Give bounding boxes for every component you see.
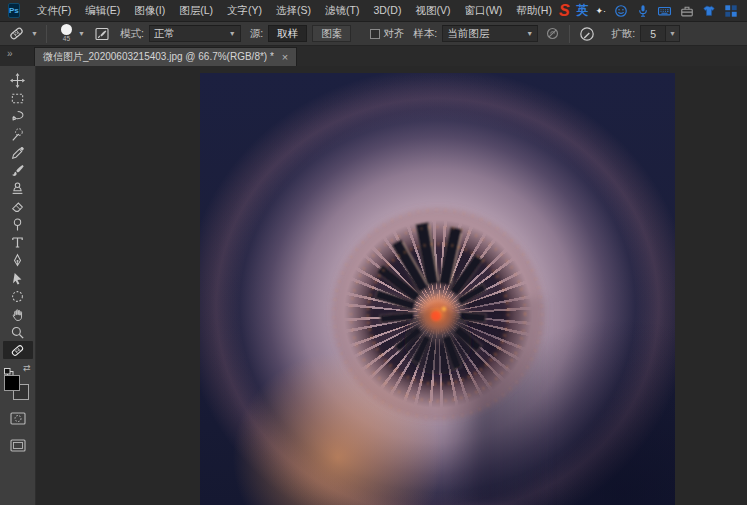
color-swatch-zone: ⇄ — [3, 365, 33, 399]
options-divider — [569, 25, 570, 43]
dodge-tool[interactable] — [3, 215, 33, 233]
source-sampled-button[interactable]: 取样 — [268, 25, 307, 42]
options-divider — [46, 25, 47, 43]
planet-detail-layer — [278, 146, 598, 466]
tool-preset-healing-brush-icon[interactable] — [8, 25, 25, 42]
sample-label: 样本: — [413, 27, 437, 41]
brush-size-value: 45 — [63, 36, 70, 43]
tiny-planet-artwork — [278, 146, 598, 466]
sample-value: 当前图层 — [447, 27, 525, 41]
menu-view[interactable]: 视图(V) — [408, 0, 457, 21]
brush-settings-panel-icon[interactable] — [94, 25, 111, 42]
workspace: ⇄ — [0, 66, 747, 505]
photoshop-window: Ps 文件(F) 编辑(E) 图像(I) 图层(L) 文字(Y) 选择(S) 滤… — [0, 0, 747, 505]
document-tab-bar: » 微信图片_20200603215403.jpg @ 66.7%(RGB/8*… — [0, 46, 747, 66]
menu-bar: Ps 文件(F) 编辑(E) 图像(I) 图层(L) 文字(Y) 选择(S) 滤… — [0, 0, 747, 22]
brush-tip-preview — [61, 24, 72, 35]
sogou-lang-toggle[interactable]: 英 — [577, 2, 589, 19]
foreground-color-swatch[interactable] — [4, 375, 20, 391]
align-label: 对齐 — [383, 27, 404, 41]
healing-brush-tool[interactable] — [3, 341, 33, 359]
brush-size-picker[interactable]: 45 — [61, 24, 72, 43]
document-tab-title: 微信图片_20200603215403.jpg @ 66.7%(RGB/8*) … — [43, 50, 274, 64]
screen-mode-icon[interactable] — [10, 438, 26, 456]
source-pattern-label: 图案 — [321, 27, 342, 41]
tools-panel: ⇄ — [0, 66, 36, 505]
mode-value: 正常 — [154, 27, 228, 41]
source-pattern-button[interactable]: 图案 — [312, 25, 351, 42]
sogou-grid-icon[interactable] — [723, 3, 738, 18]
type-tool[interactable] — [3, 233, 33, 251]
hand-tool[interactable] — [3, 305, 33, 323]
brush-picker-chevron-icon[interactable]: ▼ — [78, 30, 85, 37]
sogou-input-bar: S 英 ✦· — [559, 2, 747, 19]
diffusion-label: 扩散: — [611, 27, 635, 41]
zoom-tool[interactable] — [3, 323, 33, 341]
ps-logo[interactable]: Ps — [8, 3, 20, 18]
switch-colors-icon[interactable]: ⇄ — [23, 363, 31, 373]
align-checkbox[interactable] — [370, 29, 380, 39]
sogou-logo-icon[interactable]: S — [559, 3, 570, 19]
menu-edit[interactable]: 编辑(E) — [78, 0, 127, 21]
lasso-tool[interactable] — [3, 107, 33, 125]
sogou-microphone-icon[interactable] — [635, 3, 650, 18]
eraser-tool[interactable] — [3, 197, 33, 215]
source-sampled-label: 取样 — [277, 27, 298, 41]
path-selection-tool[interactable] — [3, 269, 33, 287]
menu-select[interactable]: 选择(S) — [269, 0, 318, 21]
pen-tool[interactable] — [3, 251, 33, 269]
rectangular-marquee-tool[interactable] — [3, 89, 33, 107]
sample-select-chevron-icon: ▼ — [526, 30, 533, 37]
sample-select[interactable]: 当前图层 ▼ — [442, 25, 538, 42]
ignore-adjustment-layers-icon[interactable] — [543, 25, 561, 43]
tool-preset-chevron-icon[interactable]: ▼ — [31, 30, 38, 37]
diffusion-value[interactable]: 5 — [640, 25, 666, 42]
diffusion-control[interactable]: 5 ▼ — [640, 25, 680, 42]
ellipse-tool[interactable] — [3, 287, 33, 305]
eyedropper-tool[interactable] — [3, 143, 33, 161]
tools-panel-collapse-icon[interactable]: » — [7, 48, 12, 59]
tab-close-icon[interactable]: × — [282, 52, 288, 63]
sogou-sparkle-icon[interactable]: ✦· — [596, 6, 607, 16]
sogou-skin-icon[interactable] — [701, 3, 716, 18]
menu-3d[interactable]: 3D(D) — [366, 0, 408, 21]
menu-help[interactable]: 帮助(H) — [509, 0, 559, 21]
menu-window[interactable]: 窗口(W) — [457, 0, 509, 21]
tool-options-bar: ▼ 45 ▼ 模式: 正常 ▼ 源: 取样 图案 对齐 样本: 当前图层 ▼ — [0, 22, 747, 46]
mode-label: 模式: — [120, 27, 144, 41]
mode-select-chevron-icon: ▼ — [229, 30, 236, 37]
quick-selection-tool[interactable] — [3, 125, 33, 143]
sogou-emoji-icon[interactable] — [613, 3, 628, 18]
menu-file[interactable]: 文件(F) — [30, 0, 78, 21]
menu-image[interactable]: 图像(I) — [127, 0, 172, 21]
mode-select[interactable]: 正常 ▼ — [149, 25, 241, 42]
sogou-toolbox-icon[interactable] — [679, 3, 694, 18]
canvas-image[interactable] — [200, 73, 675, 505]
clone-stamp-tool[interactable] — [3, 179, 33, 197]
pressure-size-icon[interactable] — [578, 25, 596, 43]
document-tab[interactable]: 微信图片_20200603215403.jpg @ 66.7%(RGB/8*) … — [34, 47, 297, 66]
menu-filter[interactable]: 滤镜(T) — [318, 0, 366, 21]
align-checkbox-group[interactable]: 对齐 — [370, 27, 404, 41]
quick-mask-icon[interactable] — [10, 411, 26, 429]
move-tool[interactable] — [3, 71, 33, 89]
diffusion-chevron-icon[interactable]: ▼ — [666, 25, 680, 42]
menu-type[interactable]: 文字(Y) — [220, 0, 269, 21]
toolbar-bottom-buttons — [10, 411, 26, 456]
sogou-keyboard-icon[interactable] — [657, 3, 672, 18]
brush-tool[interactable] — [3, 161, 33, 179]
menu-layer[interactable]: 图层(L) — [172, 0, 220, 21]
source-label: 源: — [250, 27, 263, 41]
pasteboard — [36, 66, 747, 505]
